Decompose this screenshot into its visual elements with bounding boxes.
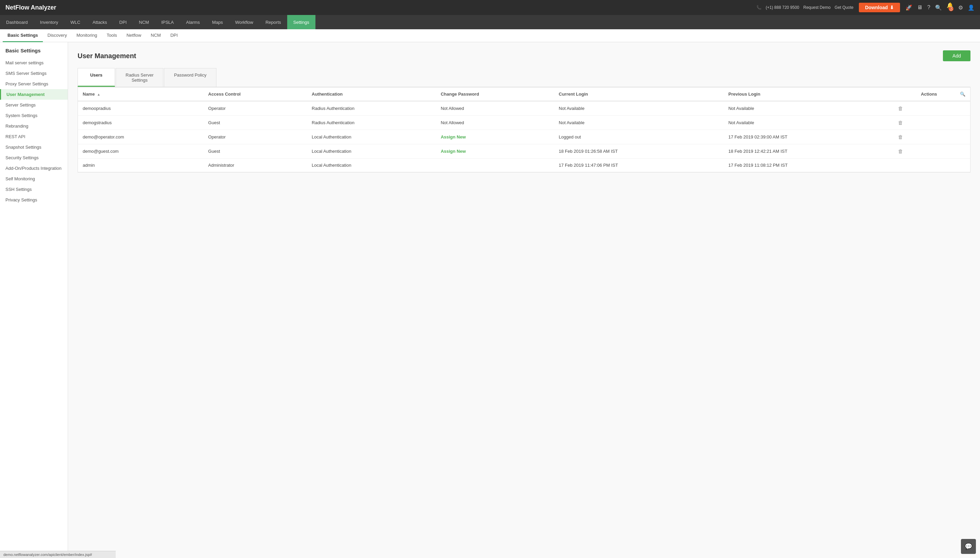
cell-name: demogstradius (78, 116, 204, 130)
sidebar-item-mail-server[interactable]: Mail server settings (0, 57, 68, 68)
cell-previous-login: Not Available (724, 116, 893, 130)
cell-current-login: Not Available (554, 116, 724, 130)
assign-new-button[interactable]: Assign New (441, 135, 466, 140)
main-content: User Management Add Users Radius ServerS… (68, 42, 980, 558)
status-bar: demo.netflowanalyzer.com/apiclient/ember… (0, 551, 116, 558)
nav-wlc[interactable]: WLC (64, 15, 87, 29)
help-icon[interactable]: ? (927, 5, 930, 11)
cell-previous-login: 17 Feb 2019 02:39:00 AM IST (724, 130, 893, 144)
subnav-dpi[interactable]: DPI (166, 29, 183, 42)
delete-icon[interactable]: 🗑 (898, 148, 903, 154)
sidebar-item-system-settings[interactable]: System Settings (0, 110, 68, 121)
cell-current-login: 18 Feb 2019 01:26:58 AM IST (554, 144, 724, 159)
user-table: Name ▲ Access Control Authentication Cha… (77, 87, 970, 172)
download-icon: ⬇ (890, 5, 894, 10)
nav-ipsla[interactable]: IPSLA (155, 15, 180, 29)
col-current-login: Current Login (554, 87, 724, 101)
subnav-monitoring[interactable]: Monitoring (72, 29, 102, 42)
status-url: demo.netflowanalyzer.com/apiclient/ember… (3, 553, 92, 556)
cell-previous-login: Not Available (724, 101, 893, 116)
primary-nav: Dashboard Inventory WLC Attacks DPI NCM … (0, 15, 980, 29)
get-quote-link[interactable]: Get Quote (835, 5, 854, 10)
subnav-discovery[interactable]: Discovery (43, 29, 72, 42)
cell-actions: 🗑 (893, 144, 970, 159)
subnav-netflow[interactable]: Netflow (122, 29, 146, 42)
table-search-icon[interactable]: 🔍 (960, 92, 965, 97)
cell-actions (893, 159, 970, 172)
sidebar: Basic Settings Mail server settings SMS … (0, 42, 68, 558)
cell-authentication: Radius Authentication (307, 116, 436, 130)
page-header: User Management Add (77, 50, 970, 61)
nav-ncm[interactable]: NCM (133, 15, 155, 29)
sidebar-item-snapshot[interactable]: Snapshot Settings (0, 142, 68, 153)
tab-radius-server[interactable]: Radius ServerSettings (116, 68, 163, 87)
sidebar-item-proxy-server[interactable]: Proxy Server Settings (0, 79, 68, 89)
sidebar-item-ssh[interactable]: SSH Settings (0, 184, 68, 195)
table-row: admin Administrator Local Authentication… (78, 159, 970, 172)
col-authentication: Authentication (307, 87, 436, 101)
add-button[interactable]: Add (943, 50, 970, 61)
secondary-nav: Basic Settings Discovery Monitoring Tool… (0, 29, 980, 42)
subnav-basic-settings[interactable]: Basic Settings (3, 29, 43, 42)
nav-dashboard[interactable]: Dashboard (0, 15, 34, 29)
request-demo-link[interactable]: Request Demo (803, 5, 831, 10)
page-title: User Management (77, 52, 136, 60)
col-change-password: Change Password (436, 87, 554, 101)
cell-actions: 🗑 (893, 101, 970, 116)
rocket-icon[interactable]: 🚀 (906, 5, 912, 11)
phone-icon: 📞 (757, 5, 762, 10)
nav-inventory[interactable]: Inventory (34, 15, 64, 29)
sidebar-item-self-monitoring[interactable]: Self Monitoring (0, 174, 68, 184)
nav-dpi[interactable]: DPI (113, 15, 133, 29)
notifications-icon[interactable]: 🔔 3 (947, 2, 954, 13)
sidebar-item-rest-api[interactable]: REST API (0, 131, 68, 142)
tab-users[interactable]: Users (77, 68, 115, 87)
monitor-icon[interactable]: 🖥 (917, 5, 923, 11)
table-row: demoopradius Operator Radius Authenticat… (78, 101, 970, 116)
cell-authentication: Local Authentication (307, 144, 436, 159)
search-icon[interactable]: 🔍 (935, 5, 942, 11)
nav-alarms[interactable]: Alarms (180, 15, 206, 29)
nav-reports[interactable]: Reports (259, 15, 287, 29)
subnav-tools[interactable]: Tools (102, 29, 121, 42)
nav-maps[interactable]: Maps (206, 15, 229, 29)
tab-password-policy[interactable]: Password Policy (164, 68, 216, 87)
nav-workflow[interactable]: Workflow (229, 15, 259, 29)
sidebar-title: Basic Settings (0, 48, 68, 57)
cell-access-control: Guest (204, 116, 307, 130)
sidebar-item-privacy[interactable]: Privacy Settings (0, 195, 68, 205)
delete-icon[interactable]: 🗑 (898, 105, 903, 111)
cell-access-control: Guest (204, 144, 307, 159)
chat-button[interactable]: 💬 (961, 539, 976, 554)
cell-authentication: Local Authentication (307, 159, 436, 172)
col-access-control: Access Control (204, 87, 307, 101)
cell-actions: 🗑 (893, 130, 970, 144)
download-button[interactable]: Download ⬇ (859, 3, 900, 12)
subnav-ncm[interactable]: NCM (146, 29, 166, 42)
delete-icon[interactable]: 🗑 (898, 134, 903, 140)
sidebar-item-rebranding[interactable]: Rebranding (0, 121, 68, 131)
assign-new-button[interactable]: Assign New (441, 149, 466, 154)
cell-access-control: Administrator (204, 159, 307, 172)
sidebar-item-addon[interactable]: Add-On/Products Integration (0, 163, 68, 174)
cell-change-password: Assign New (436, 130, 554, 144)
sidebar-item-security[interactable]: Security Settings (0, 153, 68, 163)
phone-number: (+1) 888 720 9500 (766, 5, 799, 10)
cell-authentication: Radius Authentication (307, 101, 436, 116)
delete-icon[interactable]: 🗑 (898, 120, 903, 126)
sidebar-item-server-settings[interactable]: Server Settings (0, 100, 68, 110)
table-row: demo@operator.com Operator Local Authent… (78, 130, 970, 144)
nav-settings[interactable]: Settings (287, 15, 315, 29)
sidebar-item-user-management[interactable]: User Management (0, 89, 68, 100)
cell-name: demo@operator.com (78, 130, 204, 144)
sidebar-item-sms-server[interactable]: SMS Server Settings (0, 68, 68, 79)
cell-change-password: Not Allowed (436, 116, 554, 130)
user-avatar[interactable]: 👤 (968, 5, 975, 11)
nav-attacks[interactable]: Attacks (87, 15, 113, 29)
topbar-actions: 📞 (+1) 888 720 9500 Request Demo Get Quo… (757, 5, 854, 10)
cell-current-login: 17 Feb 2019 11:47:06 PM IST (554, 159, 724, 172)
chat-icon: 💬 (965, 543, 972, 550)
cell-change-password: Not Allowed (436, 101, 554, 116)
settings-icon[interactable]: ⚙ (958, 5, 963, 11)
sort-icon-name[interactable]: ▲ (97, 92, 100, 96)
